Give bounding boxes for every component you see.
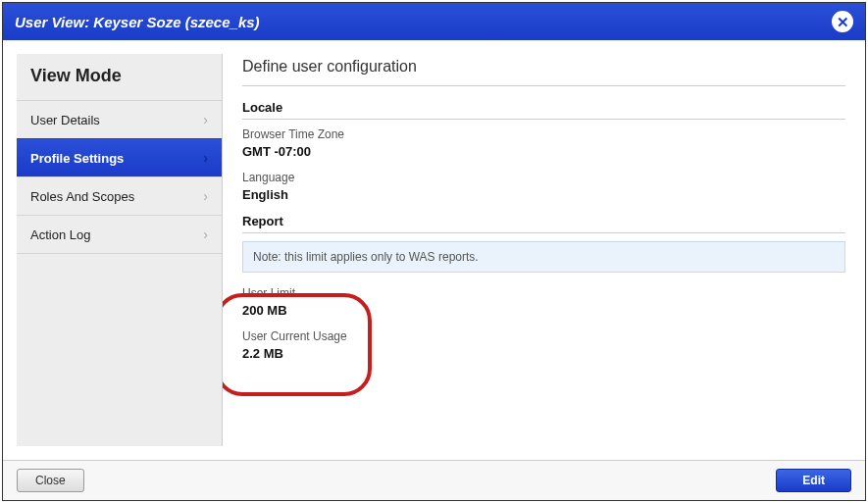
titlebar: User View: Keyser Soze (szece_ks) ✕ xyxy=(3,3,865,40)
chevron-right-icon: › xyxy=(203,150,208,166)
user-usage-value: 2.2 MB xyxy=(242,346,845,361)
timezone-label: Browser Time Zone xyxy=(242,127,845,141)
timezone-value: GMT -07:00 xyxy=(242,144,845,159)
sidebar-item-roles-and-scopes[interactable]: Roles And Scopes › xyxy=(17,176,222,215)
close-icon[interactable]: ✕ xyxy=(832,11,853,32)
sidebar-item-label: User Details xyxy=(30,113,100,127)
language-label: Language xyxy=(242,171,845,184)
dialog-title: User View: Keyser Soze (szece_ks) xyxy=(15,14,260,30)
main-content: Define user configuration Locale Browser… xyxy=(223,40,865,460)
user-limit-label: User Limit xyxy=(242,286,845,300)
page-title: Define user configuration xyxy=(242,58,845,86)
field-language: Language English xyxy=(242,171,845,202)
field-timezone: Browser Time Zone GMT -07:00 xyxy=(242,127,845,159)
chevron-right-icon: › xyxy=(203,112,208,127)
sidebar-item-label: Profile Settings xyxy=(30,151,124,166)
user-usage-label: User Current Usage xyxy=(242,329,845,343)
close-button[interactable]: Close xyxy=(17,469,84,492)
dialog-footer: Close Edit xyxy=(3,460,865,500)
language-value: English xyxy=(242,187,845,202)
sidebar-item-action-log[interactable]: Action Log › xyxy=(17,215,222,254)
chevron-right-icon: › xyxy=(203,226,208,242)
section-report-heading: Report xyxy=(242,214,845,233)
sidebar-item-user-details[interactable]: User Details › xyxy=(17,100,222,138)
field-user-limit: User Limit 200 MB xyxy=(242,286,845,318)
user-limit-value: 200 MB xyxy=(242,303,845,318)
section-locale-heading: Locale xyxy=(242,100,845,120)
dialog-body: View Mode User Details › Profile Setting… xyxy=(3,40,865,460)
field-user-usage: User Current Usage 2.2 MB xyxy=(242,329,845,361)
sidebar: View Mode User Details › Profile Setting… xyxy=(17,54,223,446)
sidebar-item-label: Roles And Scopes xyxy=(30,189,134,204)
sidebar-header: View Mode xyxy=(17,54,222,100)
sidebar-item-profile-settings[interactable]: Profile Settings › xyxy=(17,138,222,176)
sidebar-item-label: Action Log xyxy=(30,227,90,242)
report-note: Note: this limit applies only to WAS rep… xyxy=(242,241,845,273)
edit-button[interactable]: Edit xyxy=(776,469,851,492)
user-view-dialog: User View: Keyser Soze (szece_ks) ✕ View… xyxy=(2,2,866,501)
chevron-right-icon: › xyxy=(203,188,208,204)
